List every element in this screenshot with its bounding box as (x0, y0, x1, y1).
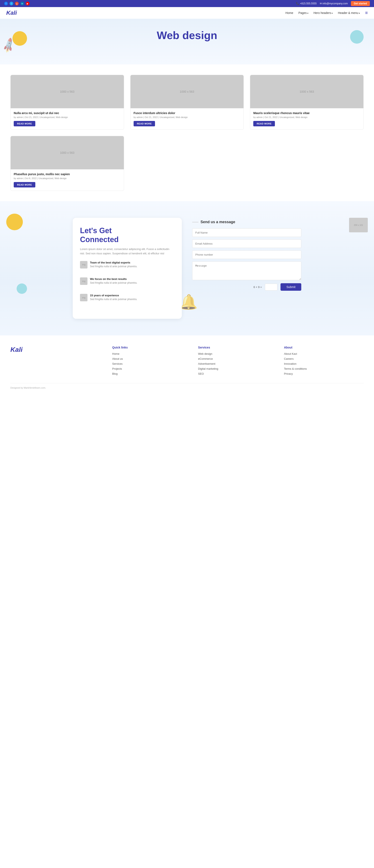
feature-title-1: Team of the best digital experts (90, 261, 137, 264)
read-more-button-4[interactable]: READ MORE (14, 182, 35, 187)
feature-icon-3: img (80, 294, 88, 301)
form-group-phone (192, 250, 301, 259)
form-group-email (192, 239, 301, 248)
list-item: Home (112, 352, 192, 355)
blog-card-body-2: Fusce interdum ultricies dolor by admin … (130, 108, 244, 129)
blog-card-1: 1000 x 563 Nulla arcu mi, suscipit ut du… (10, 75, 124, 130)
nav-links: Home Pages Hero headers Header & menu ≡ (285, 10, 368, 16)
blog-card-meta-4: by admin | Oct 8, 2022 | Uncategorized, … (14, 177, 121, 180)
list-item: Terms & conditions (284, 367, 364, 370)
site-logo[interactable]: Kali (6, 9, 17, 16)
footer-services: Services Web design eCommerce Advertisem… (198, 346, 278, 377)
email-input[interactable] (192, 239, 301, 248)
footer-link-terms[interactable]: Terms & conditions (284, 367, 307, 370)
list-item: About us (112, 357, 192, 360)
feature-text-3: 15 years of experience Sed fringilla nul… (90, 294, 137, 307)
footer-link-innovation[interactable]: Innovation (284, 362, 297, 365)
read-more-button-3[interactable]: READ MORE (253, 121, 275, 126)
contact-info: +815.555.5555 info@mycompany.com Get sta… (296, 1, 370, 6)
feature-text-2: We focus on the best results Sed fringil… (90, 277, 137, 290)
form-group-message (192, 261, 301, 281)
blog-card-title-2: Fusce interdum ultricies dolor (134, 112, 241, 115)
footer-link-privacy[interactable]: Privacy (284, 372, 293, 375)
footer-services-list: Web design eCommerce Advertisement Digit… (198, 352, 278, 375)
twitter-icon[interactable]: t (9, 2, 13, 5)
contact-description: Lorem ipsum dolor sit amet, consectetur … (80, 247, 175, 256)
contact-yellow-circle (6, 214, 23, 230)
list-item: Privacy (284, 372, 364, 375)
full-name-input[interactable] (192, 228, 301, 237)
read-more-button-1[interactable]: READ MORE (14, 121, 35, 126)
list-item: About Kavi (284, 352, 364, 355)
list-item: eCommerce (198, 357, 278, 360)
feature-icon-2: img (80, 277, 88, 285)
footer-quick-links-list: Home About us Services Projects Blog (112, 352, 192, 375)
hamburger-icon[interactable]: ≡ (365, 10, 368, 16)
googleplus-icon[interactable]: g (15, 2, 19, 5)
footer-quick-links: Quick links Home About us Services Proje… (112, 346, 192, 377)
feature-title-2: We focus on the best results (90, 277, 137, 281)
blog-card-body-4: Phasellus purus justo, mollis nec sapien… (10, 169, 124, 191)
social-links: f t g in ▶ (4, 2, 30, 5)
blog-card-meta-2: by admin | Oct 21, 2022 | Uncategorized,… (134, 116, 241, 119)
list-item: Web design (198, 352, 278, 355)
footer-link-services[interactable]: Services (112, 362, 123, 365)
footer-link-about[interactable]: About us (112, 357, 123, 360)
blog-grid-row1: 1000 x 563 Nulla arcu mi, suscipit ut du… (10, 75, 364, 130)
nav-hero-headers[interactable]: Hero headers (314, 11, 333, 14)
read-more-button-2[interactable]: READ MORE (134, 121, 155, 126)
linkedin-icon[interactable]: in (20, 2, 24, 5)
footer-link-webdesign[interactable]: Web design (198, 352, 212, 355)
get-started-button[interactable]: Get started (351, 1, 370, 6)
facebook-icon[interactable]: f (4, 2, 8, 5)
blog-card-meta-1: by admin | Oct 21, 2022 | Uncategorized,… (14, 116, 121, 119)
message-input[interactable] (192, 261, 301, 280)
footer-link-about-kavi[interactable]: About Kavi (284, 352, 297, 355)
blog-card-image-2: 1000 x 563 (130, 75, 244, 108)
footer-link-careers[interactable]: Careers (284, 357, 293, 360)
footer-about: About About Kavi Careers Innovation Term… (284, 346, 364, 377)
footer-credit: Designed by MarkHendriksen.com. (10, 386, 46, 389)
footer-link-blog[interactable]: Blog (112, 372, 118, 375)
nav-home[interactable]: Home (285, 11, 293, 14)
feature-item-1: img Team of the best digital experts Sed… (80, 261, 175, 274)
captcha-label: 6 + 9 = (253, 285, 262, 289)
list-item: SEO (198, 372, 278, 375)
footer-top: Kali Quick links Home About us Services … (10, 346, 364, 383)
list-item: Services (112, 362, 192, 365)
footer-about-list: About Kavi Careers Innovation Terms & co… (284, 352, 364, 375)
list-item: Projects (112, 367, 192, 370)
blog-card-body-3: Mauris scelerisque rhoncus mauris vitae … (250, 108, 364, 129)
footer-link-projects[interactable]: Projects (112, 367, 122, 370)
footer-link-home[interactable]: Home (112, 352, 120, 355)
submit-button[interactable]: Submit (280, 283, 301, 291)
contact-left-panel: Let's Get Connected Lorem ipsum dolor si… (73, 218, 182, 319)
nav-pages[interactable]: Pages (299, 11, 308, 14)
blog-card-title-1: Nulla arcu mi, suscipit ut dui nec (14, 112, 121, 115)
phone-input[interactable] (192, 250, 301, 259)
blog-card-image-4: 1000 x 563 (10, 136, 124, 169)
nav-header-menu[interactable]: Header & menu (338, 11, 360, 14)
captcha-input[interactable] (265, 284, 277, 290)
blog-card-3: 1000 x 563 Mauris scelerisque rhoncus ma… (250, 75, 364, 130)
footer-link-digitalmarketing[interactable]: Digital marketing (198, 367, 218, 370)
footer-logo-col: Kali (10, 346, 106, 377)
blog-grid-row2: 1000 x 563 Phasellus purus justo, mollis… (10, 136, 364, 191)
footer-link-ecommerce[interactable]: eCommerce (198, 357, 213, 360)
email-address: info@mycompany.com (320, 2, 348, 5)
feature-desc-2: Sed fringilla nulla id ante pulvinar pha… (90, 281, 137, 285)
footer-logo: Kali (10, 346, 106, 353)
top-bar: f t g in ▶ +815.555.5555 info@mycompany.… (0, 0, 374, 7)
form-group-name (192, 228, 301, 237)
navigation: Kali Home Pages Hero headers Header & me… (0, 7, 374, 19)
feature-item-2: img We focus on the best results Sed fri… (80, 277, 175, 290)
youtube-icon[interactable]: ▶ (26, 2, 30, 5)
list-item: Innovation (284, 362, 364, 365)
form-heading: Send us a message (192, 220, 301, 224)
blog-card-title-4: Phasellus purus justo, mollis nec sapien (14, 173, 121, 176)
footer: Kali Quick links Home About us Services … (0, 335, 374, 393)
footer-link-advertisement[interactable]: Advertisement (198, 362, 215, 365)
footer-link-seo[interactable]: SEO (198, 372, 204, 375)
blog-card-title-3: Mauris scelerisque rhoncus mauris vitae (253, 112, 360, 115)
list-item: Careers (284, 357, 364, 360)
